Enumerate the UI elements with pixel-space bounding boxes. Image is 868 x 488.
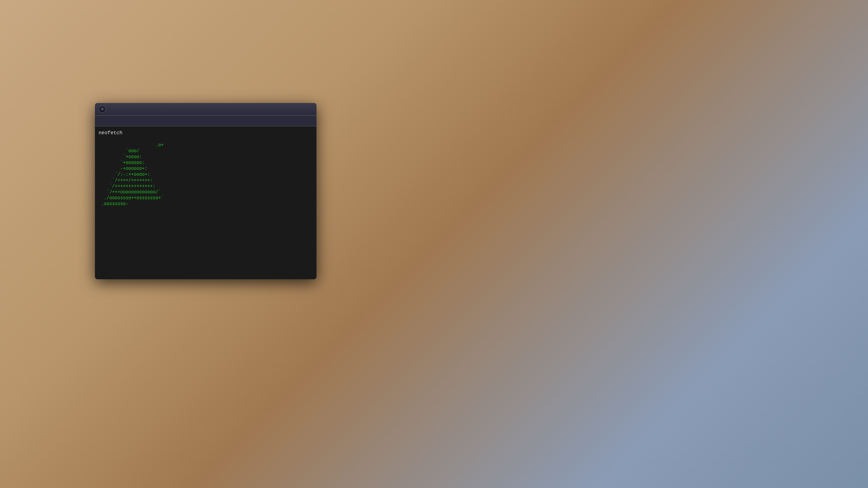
neofetch-output: .o+ `ooo/ `+oooo: `+oooooo: -+oooooo+: `… <box>99 136 313 207</box>
konsole-menu-edit[interactable] <box>105 120 112 122</box>
konsole-menu-help[interactable] <box>137 120 145 122</box>
konsole-menu-settings[interactable] <box>129 120 137 122</box>
konsole-menu-file[interactable] <box>97 120 104 122</box>
konsole-menu-view[interactable] <box>113 120 120 122</box>
neofetch-logo: .o+ `ooo/ `+oooo: `+oooooo: -+oooooo+: `… <box>99 136 164 207</box>
konsole-menubar <box>95 116 316 127</box>
desktop: ✕ neofetch .o+ `ooo/ `+oooo: `+oooooo: -… <box>0 0 868 488</box>
konsole-menu-bookmarks[interactable] <box>121 120 128 122</box>
terminal-command: neofetch <box>99 130 123 136</box>
konsole-body: neofetch .o+ `ooo/ `+oooo: `+oooooo: -+o… <box>95 127 316 279</box>
konsole-titlebar[interactable]: ✕ <box>95 103 316 116</box>
konsole-window: ✕ neofetch .o+ `ooo/ `+oooo: `+oooooo: -… <box>95 103 316 279</box>
konsole-close-btn[interactable]: ✕ <box>99 106 106 113</box>
